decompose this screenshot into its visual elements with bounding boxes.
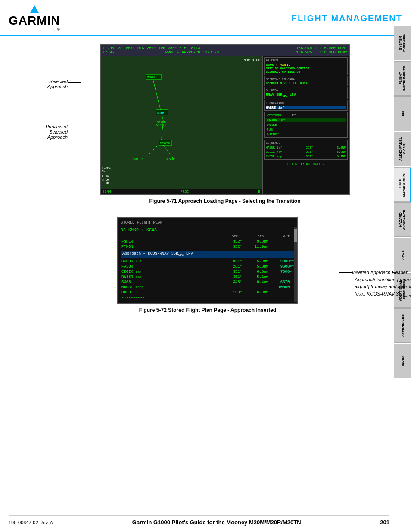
map-scale: 50NM <box>103 190 111 193</box>
fp-dis-hold: 6.0NM <box>244 290 268 295</box>
garmin-logo-text: GARMIN <box>9 14 60 28</box>
annotation-preview-selected: Preview ofSelectedApproach <box>12 124 68 140</box>
fp-header: STORED FLIGHT PLAN <box>121 221 295 226</box>
fp-alt-mogal: 10000FT <box>270 285 294 289</box>
sequence-section: SEQUENCE HABUK iaf 261° 5.0NM CEGIX faf … <box>264 140 348 160</box>
fp-dis-fsher: 9.8NM <box>244 240 268 244</box>
fp-flight-id: 03 KMKD / KCOS <box>121 228 295 233</box>
sidebar-tab-flight-management[interactable]: FLIGHTMANAGEMENT <box>394 167 411 202</box>
col-header-dis: DIS <box>238 234 264 238</box>
fp-row-6368ft: 6368FT 348° 0.4NM 6370FT <box>121 280 295 285</box>
sequence-row-rw35r: RW35R map 351° 5.1NM <box>266 154 346 159</box>
fp-row-pynon: PYNON 352° 11.9NM <box>121 244 295 249</box>
sequence-row-habuk: HABUK iaf 261° 5.0NM <box>266 146 346 150</box>
approach-channel-title: APPROACH CHANNEL <box>266 77 346 81</box>
figure2-screen-wrapper: STORED FLIGHT PLAN 03 KMKD / KCOS DTK DI… <box>68 217 348 304</box>
figure1-container: SelectedApproach Preview ofSelectedAppro… <box>9 44 385 204</box>
right-panel: AIRPORT KCOS ♦ PUBLIC CITY OF COLORADO S… <box>263 56 349 194</box>
fp-scrollbar-thumb[interactable] <box>294 229 297 242</box>
seq-dtk3: 351° <box>306 155 313 158</box>
seq-dis1: 5.0NM <box>337 146 346 149</box>
fp-alt-falur: 9600FT <box>270 264 294 269</box>
fp-row-cegix: CEGIX faf 351° 6.0NM 7000FT <box>121 269 295 274</box>
col-header-alt: ALT <box>264 234 290 238</box>
svg-text:RW35R: RW35R <box>157 120 166 124</box>
annotation-selected-approach: SelectedApproach <box>12 79 68 89</box>
fp-wp-dashes: ---------- <box>121 296 294 300</box>
sidebar-tab-hazard-avoidance[interactable]: HAZARDAVOIDANCE <box>394 202 411 237</box>
fp-column-headers: DTK DIS ALT <box>121 234 295 238</box>
fp-wp-falur: FALUR <box>121 264 218 269</box>
svg-text:FALUR: FALUR <box>133 157 143 161</box>
sidebar-tab-afcs[interactable]: AFCS <box>394 238 411 272</box>
seq-wp2: CEGIX faf <box>266 150 282 154</box>
fp-row-falur: FALUR 261° 5.0NM 9600FT <box>121 264 295 269</box>
fp-alt-cegix: 7000FT <box>270 270 294 274</box>
map-flaps-control: FLAPSDN ELEVTRIM↓ UP <box>102 166 111 185</box>
page-footer: 190-00647-02 Rev. A Garmin G1000 Pilot's… <box>9 515 389 526</box>
footer-doc-id: 190-00647-02 Rev. A <box>9 520 53 525</box>
sidebar-tab-eis[interactable]: EIS <box>394 96 411 131</box>
figure1-wrapper: SelectedApproach Preview ofSelectedAppro… <box>12 44 382 204</box>
topbar-left1: 17.95 GS 166kt DTK 286° TRK 286° ETE 18:… <box>103 46 219 50</box>
topbar-right1: 136.975 ↔ 118.000 COM1 <box>296 46 347 50</box>
fp-dtk-falur: 261° <box>218 264 242 269</box>
fp-scrollbar[interactable] <box>294 227 297 302</box>
fp-dtk-pynon: 352° <box>218 245 242 249</box>
fp-wp-pynon: PYNON <box>121 245 218 249</box>
fp-dis-falur: 5.0NM <box>244 264 268 269</box>
fp-dtk-6368ft: 348° <box>218 280 242 284</box>
fp-dtk-hold: 168° <box>218 290 242 295</box>
svg-text:KCOS: KCOS <box>157 111 165 115</box>
sidebar-tab-audio-panel[interactable]: AUDIO PANEL& CNS <box>394 132 411 166</box>
figure1-screen-wrapper: 17.95 GS 166kt DTK 286° TRK 286° ETE 18:… <box>68 44 382 195</box>
seq-dtk2: 351° <box>306 150 313 154</box>
page-title: FLIGHT MANAGEMENT <box>292 13 402 23</box>
map-svg: MOGAL KCOS RW35R 6368FT CEGIX FALUR HABU… <box>101 56 262 194</box>
col-header-wp <box>121 234 216 238</box>
fp-dis-6368ft: 0.4NM <box>244 280 268 284</box>
fp-row-habuk: HABUK iaf 021° 5.9NM 9000FT <box>121 259 295 264</box>
seq-dtk1: 261° <box>306 146 313 149</box>
fp-dis-pynon: 11.9NM <box>244 245 268 249</box>
sequence-row-cegix: CEGIX faf 351° 6.0NM <box>266 150 346 154</box>
fp-row-rw35r: RW35R map 351° 5.1NM <box>121 274 295 280</box>
airport-id: KCOS <box>266 63 274 67</box>
airport-section: AIRPORT KCOS ♦ PUBLIC CITY OF COLORADO S… <box>264 57 348 75</box>
fp-wp-cegix: CEGIX faf <box>121 270 218 274</box>
fp-approach-header-row: Approach – KCOS-RNAV 35RGPS LPV <box>121 251 295 258</box>
svg-text:CEGIX: CEGIX <box>160 141 170 145</box>
fp-wp-mogal: MOGAL mahp <box>121 285 218 289</box>
figure2-caption: Figure 5-72 Stored Flight Plan Page - Ap… <box>68 307 348 313</box>
figure1-caption: Figure 5-71 Approach Loading Page - Sele… <box>68 198 382 204</box>
screen-body: NORTH UP MOGAL <box>101 56 349 194</box>
fp-alt-6368ft: 6370FT <box>270 280 294 284</box>
approach-title: APPROACH <box>266 88 346 92</box>
airport-public-icon: ♦ PUBLIC <box>276 63 290 67</box>
airport-title: AIRPORT <box>266 59 346 62</box>
sidebar-tab-flight-instruments[interactable]: FLIGHTINSTRUMENTS <box>394 61 411 96</box>
transition-section: TRANSITION HABUK iaf <box>264 100 348 111</box>
fp-alt-habuk: 9000FT <box>270 259 294 264</box>
fp-row-fsher: FSHER 352° 9.8NM <box>121 239 295 244</box>
airport-state: COLORADO SPRINGS CO <box>266 70 346 74</box>
sidebar-tab-index[interactable]: INDEX <box>394 344 411 378</box>
approach-loading-screen: 17.95 GS 166kt DTK 286° TRK 286° ETE 18:… <box>100 44 350 195</box>
fp-dtk-habuk: 021° <box>218 259 242 264</box>
screen-topbar: 17.95 GS 166kt DTK 286° TRK 286° ETE 18:… <box>101 45 349 56</box>
svg-text:MOGAL: MOGAL <box>147 75 157 79</box>
topbar-left2: 17.95 PROC - APPROACH LOADING <box>103 50 219 55</box>
sidebar-tab-system-overview[interactable]: SYSTEMOVERVIEW <box>394 26 411 60</box>
seq-wp1: HABUK iaf <box>266 146 282 149</box>
garmin-triangle-icon <box>30 5 39 13</box>
transition-quincy: QUINCY <box>266 132 346 137</box>
fp-wp-fsher: FSHER <box>121 240 218 244</box>
page-header: GARMIN ® FLIGHT MANAGEMENT <box>0 0 411 36</box>
map-area: NORTH UP MOGAL <box>101 56 263 194</box>
col-header-dtk: DTK <box>216 234 238 238</box>
map-cursor: ▌ <box>258 190 261 193</box>
sidebar-tab-appendices[interactable]: APPENDICES <box>394 308 411 343</box>
transition-habuk: HABUK iaf <box>266 118 346 122</box>
load-activate-button[interactable]: LOAD? OR ACTIVATE? <box>264 161 348 167</box>
stored-flight-plan-screen: STORED FLIGHT PLAN 03 KMKD / KCOS DTK DI… <box>117 217 298 304</box>
